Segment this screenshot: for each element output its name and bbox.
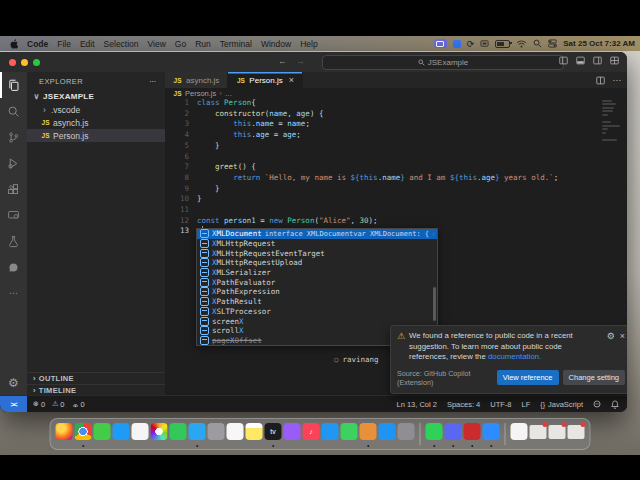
- breadcrumb-more[interactable]: …: [225, 89, 233, 98]
- mail-dock-icon[interactable]: [113, 421, 130, 447]
- notes-dock-icon[interactable]: [246, 421, 263, 447]
- status-indentation[interactable]: Spaces: 4: [447, 400, 480, 409]
- file-tree-item-Person-js[interactable]: JSPerson.js: [27, 129, 165, 142]
- contacts-dock-icon[interactable]: [208, 421, 225, 447]
- drive-dock-icon[interactable]: [132, 421, 149, 447]
- breadcrumb[interactable]: JS Person.js › …: [165, 88, 627, 98]
- app-status-icon[interactable]: [453, 40, 461, 48]
- close-window-button[interactable]: [9, 59, 16, 66]
- toggle-primary-sidebar-icon[interactable]: [559, 56, 568, 65]
- manage-gear-icon[interactable]: ⚙: [0, 376, 27, 390]
- tab-person-js[interactable]: JS Person.js ×: [228, 72, 303, 88]
- status-encoding[interactable]: UTF-8: [490, 400, 511, 409]
- battery-icon[interactable]: [495, 40, 510, 48]
- views-more-actions-icon[interactable]: ⋯: [149, 77, 157, 86]
- suggestion-item[interactable]: XPathResult: [197, 297, 437, 307]
- outline-section[interactable]: › OUTLINE: [27, 372, 165, 384]
- explorer-icon[interactable]: [0, 72, 27, 98]
- problems-warnings[interactable]: ⚠ 0: [52, 400, 64, 409]
- whatsapp-dock-icon[interactable]: [426, 421, 443, 447]
- code-line[interactable]: 6: [165, 152, 627, 163]
- editor-more-actions-icon[interactable]: ⋯: [613, 75, 622, 85]
- vscode-dock-icon[interactable]: [189, 421, 206, 447]
- copilot-status-icon[interactable]: [593, 400, 601, 408]
- code-line[interactable]: 4 this.age = age;: [165, 130, 627, 141]
- minimized-window-dock-icon[interactable]: [530, 421, 547, 447]
- spotlight-search-icon[interactable]: [533, 39, 542, 48]
- reminders-dock-icon[interactable]: [227, 421, 244, 447]
- wifi-icon[interactable]: [516, 40, 527, 48]
- status-eol[interactable]: LF: [522, 400, 531, 409]
- menu-bar-clock[interactable]: Sat 25 Oct 7:32 AM: [563, 39, 635, 48]
- suggestion-item[interactable]: XMLDocumentinterface XMLDocumentvar XMLD…: [197, 229, 437, 239]
- code-line[interactable]: 7 greet() {: [165, 162, 627, 173]
- split-editor-icon[interactable]: [596, 76, 605, 85]
- toggle-secondary-sidebar-icon[interactable]: [593, 56, 602, 65]
- file-tree-item--vscode[interactable]: ›.vscode: [27, 103, 165, 116]
- textedit-dock-icon[interactable]: [511, 421, 528, 447]
- suggestion-item[interactable]: XSLTProcessor: [197, 307, 437, 317]
- keyboard-brightness-icon[interactable]: [480, 39, 489, 48]
- forwarded-ports[interactable]: 0: [72, 400, 85, 409]
- navigate-forward-icon[interactable]: →: [296, 56, 305, 66]
- notification-close-icon[interactable]: ×: [620, 331, 625, 363]
- sync-icon[interactable]: ⟳: [467, 39, 475, 49]
- code-line[interactable]: 12const person1 = new Person("Alice", 30…: [165, 216, 627, 227]
- teams-dock-icon[interactable]: [445, 421, 462, 447]
- messages-dock-icon[interactable]: [94, 421, 111, 447]
- remote-explorer-icon[interactable]: [0, 202, 27, 228]
- menu-selection[interactable]: Selection: [104, 39, 139, 49]
- firefox-dock-icon[interactable]: [56, 421, 73, 447]
- zoom-window-button[interactable]: [33, 59, 40, 66]
- chrome-dock-icon[interactable]: [75, 421, 92, 447]
- facetime-dock-icon[interactable]: [170, 421, 187, 447]
- control-center-icon[interactable]: [548, 39, 557, 48]
- menu-run[interactable]: Run: [195, 39, 211, 49]
- photos-dock-icon[interactable]: [151, 421, 168, 447]
- file-tree-item-asynch-js[interactable]: JSasynch.js: [27, 116, 165, 129]
- minimized-window-dock-icon[interactable]: [568, 421, 585, 447]
- activity-dock-icon[interactable]: [341, 421, 358, 447]
- keynote-dock-icon[interactable]: [322, 421, 339, 447]
- additional-views-icon[interactable]: ⋯: [0, 280, 27, 306]
- testing-icon[interactable]: [0, 228, 27, 254]
- suggestion-item[interactable]: XMLHttpRequestEventTarget: [197, 248, 437, 258]
- suggestion-item[interactable]: XPathEvaluator: [197, 277, 437, 287]
- screen-mirroring-indicator-icon[interactable]: [434, 39, 447, 48]
- code-line[interactable]: 2 constructor(name, age) {: [165, 109, 627, 120]
- navigate-back-icon[interactable]: ←: [278, 56, 287, 66]
- podcasts-dock-icon[interactable]: [284, 421, 301, 447]
- notification-settings-gear-icon[interactable]: ⚙: [607, 331, 615, 363]
- code-line[interactable]: 1class Person{: [165, 98, 627, 109]
- remote-indicator[interactable]: ><: [0, 396, 27, 412]
- vscode-title-bar[interactable]: ← → JSExample: [0, 52, 627, 73]
- menu-view[interactable]: View: [148, 39, 166, 49]
- code-line[interactable]: 3 this.name = name;: [165, 119, 627, 130]
- tv-dock-icon[interactable]: tv: [265, 421, 282, 447]
- code-line[interactable]: 11: [165, 205, 627, 216]
- documentation-link[interactable]: documentation.: [488, 352, 541, 361]
- pencil-app-dock-icon[interactable]: [360, 421, 377, 447]
- minimize-window-button[interactable]: [21, 59, 28, 66]
- suggest-scrollbar[interactable]: [433, 287, 436, 321]
- suggestion-item[interactable]: XMLHttpRequest: [197, 239, 437, 249]
- search-icon[interactable]: [0, 98, 27, 124]
- menu-terminal[interactable]: Terminal: [220, 39, 252, 49]
- menu-edit[interactable]: Edit: [80, 39, 95, 49]
- status-language-mode[interactable]: {}JavaScript: [540, 400, 583, 409]
- run-and-debug-icon[interactable]: [0, 150, 27, 176]
- code-line[interactable]: 8 return `Hello, my name is ${this.name}…: [165, 173, 627, 184]
- menu-go[interactable]: Go: [175, 39, 186, 49]
- problems-errors[interactable]: ⊗ 0: [33, 400, 45, 409]
- view-reference-button[interactable]: View reference: [497, 370, 559, 385]
- menu-file[interactable]: File: [57, 39, 71, 49]
- suggestion-item[interactable]: XMLSerializer: [197, 268, 437, 278]
- app-store-dock-icon[interactable]: [379, 421, 396, 447]
- apple-menu-icon[interactable]: [10, 39, 18, 49]
- notifications-bell-icon[interactable]: [611, 400, 619, 409]
- customize-layout-icon[interactable]: [610, 56, 619, 65]
- terminal-prompt[interactable]: ○ ravinang: [334, 355, 379, 364]
- code-line[interactable]: 10}: [165, 194, 627, 205]
- logo-red-dock-icon[interactable]: [464, 421, 481, 447]
- system-settings-dock-icon[interactable]: [398, 421, 415, 447]
